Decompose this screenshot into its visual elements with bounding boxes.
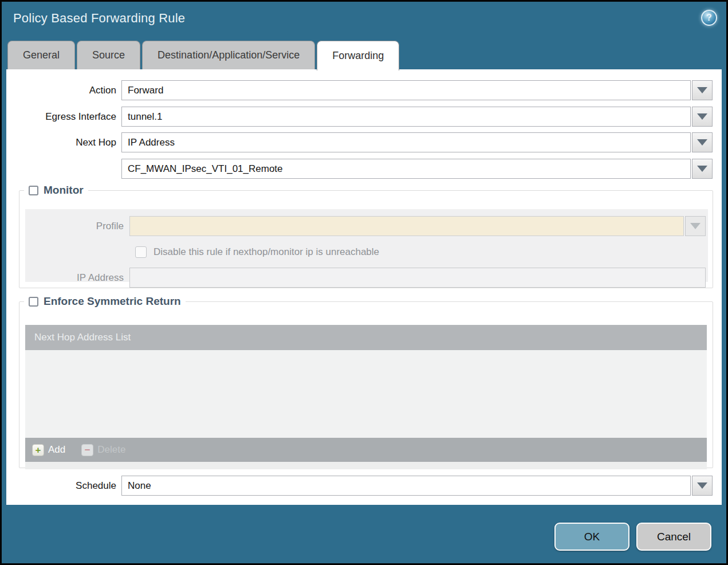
chevron-down-icon (697, 166, 707, 172)
chevron-down-icon (697, 139, 707, 146)
next-hop-address-select[interactable] (121, 159, 691, 179)
next-hop-dropdown-button[interactable] (692, 132, 713, 152)
add-button[interactable]: + Add (32, 444, 65, 456)
titlebar: Policy Based Forwarding Rule ? (2, 2, 726, 38)
next-hop-address-list-table: Next Hop Address List + Add − Delete (25, 325, 707, 469)
tab-forwarding[interactable]: Forwarding (317, 41, 399, 70)
next-hop-row: Next Hop (6, 132, 713, 152)
delete-button: − Delete (81, 444, 125, 456)
monitor-group: Monitor Profile Disable this rule if nex… (19, 184, 713, 288)
disable-rule-checkbox (135, 246, 147, 258)
next-hop-address-dropdown-button[interactable] (692, 159, 713, 179)
enforce-symmetric-return-legend-label: Enforce Symmetric Return (44, 295, 181, 308)
schedule-select[interactable] (121, 476, 691, 496)
profile-label: Profile (25, 221, 129, 232)
chevron-down-icon (697, 113, 707, 120)
cancel-button[interactable]: Cancel (636, 523, 711, 551)
profile-dropdown-button (685, 216, 706, 236)
disable-rule-row: Disable this rule if nexthop/monitor ip … (135, 242, 706, 262)
chevron-down-icon (697, 482, 707, 489)
monitor-panel: Profile Disable this rule if nexthop/mon… (25, 209, 708, 282)
disable-rule-label: Disable this rule if nexthop/monitor ip … (154, 246, 379, 258)
profile-row: Profile (25, 216, 706, 236)
content-panel: Action Egress Interface Next Hop (6, 69, 722, 505)
egress-interface-row: Egress Interface (6, 107, 713, 127)
enforce-symmetric-return-checkbox[interactable] (29, 297, 38, 307)
delete-icon-glyph: − (85, 445, 90, 455)
monitor-ip-address-label: IP Address (25, 272, 129, 284)
add-button-label: Add (48, 444, 65, 456)
tab-source[interactable]: Source (77, 41, 140, 69)
egress-interface-dropdown-button[interactable] (692, 107, 713, 127)
tab-forwarding-label: Forwarding (332, 50, 384, 62)
next-hop-label: Next Hop (6, 137, 121, 148)
ok-button-label: OK (584, 531, 600, 543)
monitor-checkbox[interactable] (29, 186, 38, 195)
cancel-button-label: Cancel (657, 531, 691, 543)
monitor-ip-address-row: IP Address (25, 268, 706, 288)
ok-button[interactable]: OK (554, 523, 629, 551)
table-body (25, 350, 707, 438)
chevron-down-icon (697, 87, 707, 93)
monitor-legend: Monitor (24, 184, 88, 197)
delete-button-label: Delete (97, 444, 125, 456)
schedule-row: Schedule (6, 476, 713, 496)
add-icon-glyph: + (36, 445, 41, 455)
next-hop-select[interactable] (121, 132, 691, 152)
egress-interface-select[interactable] (121, 107, 691, 127)
table-scrollbar-track (25, 462, 707, 469)
delete-icon: − (81, 444, 93, 456)
monitor-ip-address-input (129, 268, 706, 288)
monitor-legend-label: Monitor (44, 184, 84, 197)
enforce-symmetric-return-group: Enforce Symmetric Return Next Hop Addres… (19, 295, 713, 468)
tab-bar: General Source Destination/Application/S… (7, 41, 399, 69)
dialog-title: Policy Based Forwarding Rule (13, 11, 185, 26)
next-hop-address-row (6, 159, 713, 179)
action-label: Action (6, 85, 121, 96)
tab-general[interactable]: General (7, 41, 75, 69)
tab-destination-application-service[interactable]: Destination/Application/Service (142, 41, 315, 69)
enforce-symmetric-return-legend: Enforce Symmetric Return (24, 295, 186, 308)
schedule-dropdown-button[interactable] (692, 476, 713, 496)
help-icon-glyph: ? (706, 13, 712, 23)
tab-destination-application-service-label: Destination/Application/Service (158, 49, 300, 61)
profile-select (129, 216, 684, 236)
tab-source-label: Source (92, 49, 125, 61)
egress-interface-label: Egress Interface (6, 111, 121, 123)
tab-general-label: General (23, 49, 60, 61)
table-header: Next Hop Address List (25, 325, 707, 350)
action-row: Action (6, 80, 713, 100)
add-icon: + (32, 444, 44, 456)
table-header-label: Next Hop Address List (34, 332, 131, 343)
table-toolbar: + Add − Delete (25, 438, 707, 462)
schedule-label: Schedule (6, 480, 121, 492)
action-select[interactable] (121, 80, 691, 100)
chevron-down-icon (690, 223, 701, 229)
help-icon[interactable]: ? (701, 10, 717, 26)
policy-based-forwarding-rule-dialog: Policy Based Forwarding Rule ? General S… (0, 0, 728, 565)
action-dropdown-button[interactable] (692, 80, 713, 100)
